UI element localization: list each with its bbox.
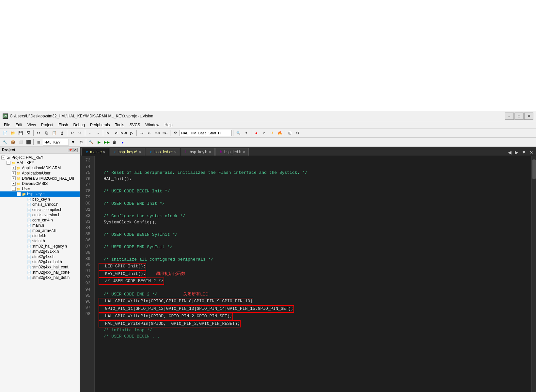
- top-white-area: [0, 0, 536, 111]
